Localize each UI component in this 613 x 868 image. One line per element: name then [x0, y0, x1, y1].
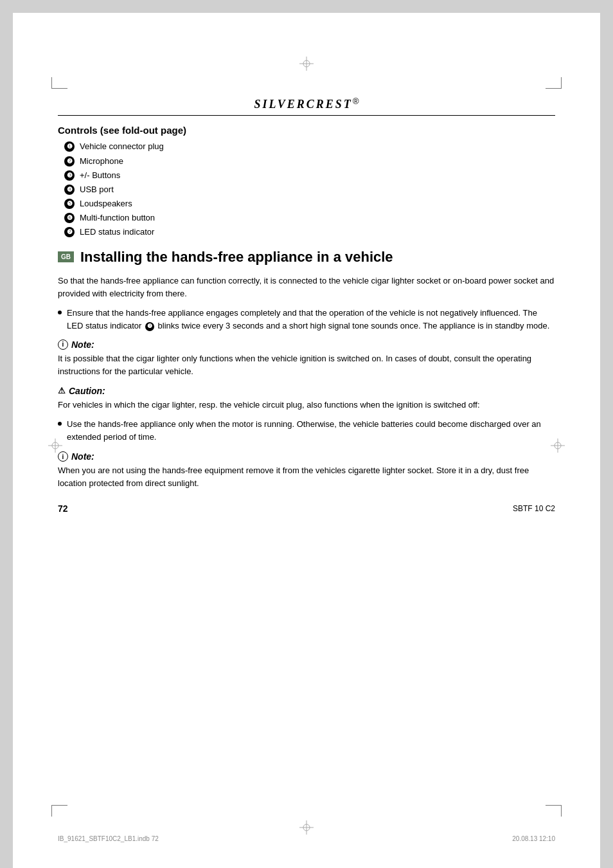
list-item: ❼ LED status indicator	[64, 226, 555, 238]
brand-name: SilverCrest	[254, 98, 352, 111]
item-label-4: USB port	[80, 184, 114, 195]
note-section-1: i Note: It is possible that the cigar li…	[58, 339, 555, 378]
page: SilverCrest® Controls (see fold-out page…	[13, 13, 600, 868]
footer-line: 72 SBTF 10 C2	[58, 503, 555, 514]
item-label-5: Loudspeakers	[80, 198, 132, 210]
brand-header: SilverCrest®	[58, 96, 555, 111]
note-title-2: i Note:	[58, 451, 555, 462]
item-label-7: LED status indicator	[80, 226, 154, 238]
item-label-2: Microphone	[80, 156, 123, 167]
caution-section: ⚠ Caution: For vehicles in which the cig…	[58, 386, 555, 444]
corner-bl	[51, 805, 67, 817]
corner-tr	[546, 77, 562, 89]
item-number-3: ❸	[64, 170, 75, 181]
item-number-6: ❻	[64, 213, 75, 223]
bullet-item-2: Use the hands-free appliance only when t…	[58, 418, 555, 444]
item-label-3: +/- Buttons	[80, 170, 120, 181]
list-item: ❸ +/- Buttons	[64, 170, 555, 181]
content-area: SilverCrest® Controls (see fold-out page…	[58, 96, 555, 514]
gb-badge: GB	[58, 251, 74, 262]
list-item: ❷ Microphone	[64, 156, 555, 167]
caution-text: For vehicles in which the cigar lighter,…	[58, 399, 555, 411]
item-number-5: ❺	[64, 199, 75, 209]
bullet-text-2: Use the hands-free appliance only when t…	[67, 418, 555, 444]
bullet-item-1: Ensure that the hands-free appliance eng…	[58, 307, 555, 332]
item-label-6: Multi-function button	[80, 212, 155, 224]
controls-list: ❶ Vehicle connector plug ❷ Microphone ❸ …	[58, 141, 555, 238]
note-icon-1: i	[58, 339, 68, 350]
item-number-4: ❹	[64, 185, 75, 195]
corner-tl	[51, 77, 67, 89]
list-item: ❻ Multi-function button	[64, 212, 555, 224]
item-number-1: ❶	[64, 141, 75, 152]
note-section-2: i Note: When you are not using the hands…	[58, 451, 555, 490]
list-item: ❹ USB port	[64, 184, 555, 195]
note-text-2: When you are not using the hands-free eq…	[58, 464, 555, 490]
note-title-1: i Note:	[58, 339, 555, 350]
list-item: ❶ Vehicle connector plug	[64, 141, 555, 152]
item-label-1: Vehicle connector plug	[80, 141, 164, 152]
item-number-7: ❼	[64, 227, 75, 237]
note-icon-2: i	[58, 451, 68, 462]
header-divider	[58, 115, 555, 116]
meta-right: 20.08.13 12:10	[512, 835, 555, 842]
bullet-text-1: Ensure that the hands-free appliance eng…	[67, 307, 555, 332]
brand-trademark: ®	[353, 96, 359, 106]
caution-icon: ⚠	[58, 386, 66, 395]
caution-title: ⚠ Caution:	[58, 386, 555, 396]
list-item: ❺ Loudspeakers	[64, 198, 555, 210]
top-crosshair	[299, 57, 314, 73]
page-number: 72	[58, 503, 68, 514]
meta-left: IB_91621_SBTF10C2_LB1.indb 72	[58, 835, 159, 842]
installing-intro: So that the hands-free appliance can fun…	[58, 275, 555, 300]
bullet-dot-1	[58, 311, 62, 314]
note-text-1: It is possible that the cigar lighter on…	[58, 352, 555, 378]
corner-br	[546, 805, 562, 817]
installing-title: Installing the hands-free appliance in a…	[80, 249, 393, 266]
item-number-2: ❷	[64, 156, 75, 167]
controls-title: Controls (see fold-out page)	[58, 125, 555, 136]
model-number: SBTF 10 C2	[513, 504, 555, 513]
bullet-dot-2	[58, 422, 62, 426]
inline-num-7: ❼	[145, 322, 154, 331]
installing-header: GB Installing the hands-free appliance i…	[58, 249, 555, 266]
meta-footer: IB_91621_SBTF10C2_LB1.indb 72 20.08.13 1…	[58, 835, 555, 842]
